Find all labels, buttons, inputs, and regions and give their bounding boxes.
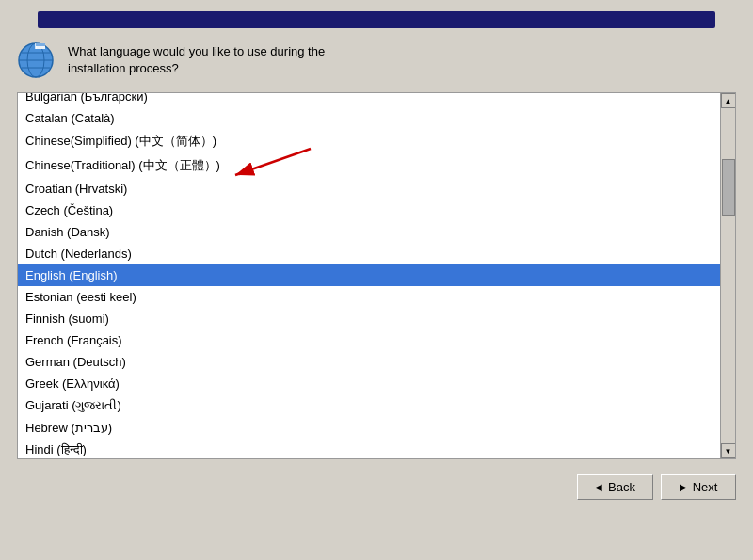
language-list[interactable]: Bulgarian (Български)Catalan (Català)Chi… xyxy=(18,93,720,458)
back-button[interactable]: ◀ Back xyxy=(577,474,653,500)
next-icon: ▶ xyxy=(680,482,687,492)
language-item[interactable]: Catalan (Català) xyxy=(18,107,720,129)
back-label: Back xyxy=(608,480,635,494)
language-item[interactable]: Finnish (suomi) xyxy=(18,308,720,329)
globe-icon xyxy=(17,41,55,79)
svg-rect-7 xyxy=(36,43,45,46)
progress-bar xyxy=(38,11,715,28)
language-item[interactable]: Gujarati (ગુજરાતી) xyxy=(18,394,720,417)
header-section: What language would you like to use duri… xyxy=(0,28,753,88)
language-item[interactable]: Greek (Ελληνικά) xyxy=(18,373,720,394)
language-item[interactable]: Chinese(Traditional) (中文（正體）) xyxy=(18,153,720,178)
language-item[interactable]: German (Deutsch) xyxy=(18,351,720,373)
header-question: What language would you like to use duri… xyxy=(68,43,325,77)
language-item[interactable]: Hebrew (עברית) xyxy=(18,417,720,439)
scrollbar-up-button[interactable]: ▲ xyxy=(721,93,736,108)
language-item[interactable]: Croatian (Hrvatski) xyxy=(18,178,720,200)
language-item[interactable]: Chinese(Simplified) (中文（简体）) xyxy=(18,129,720,153)
language-item[interactable]: Bulgarian (Български) xyxy=(18,93,720,107)
language-item[interactable]: French (Français) xyxy=(18,329,720,351)
language-item[interactable]: Czech (Čeština) xyxy=(18,200,720,221)
bottom-section: ◀ Back ▶ Next xyxy=(0,459,753,500)
language-item[interactable]: Danish (Dansk) xyxy=(18,221,720,243)
scrollbar-thumb[interactable] xyxy=(722,159,735,216)
language-item[interactable]: Dutch (Nederlands) xyxy=(18,243,720,264)
next-label: Next xyxy=(693,480,718,494)
language-item[interactable]: English (English) xyxy=(18,264,720,286)
next-button[interactable]: ▶ Next xyxy=(661,474,736,500)
scrollbar-down-button[interactable]: ▼ xyxy=(721,443,736,458)
language-item[interactable]: Hindi (हिन्दी) xyxy=(18,439,720,458)
scrollbar-track[interactable]: ▲ ▼ xyxy=(720,93,735,458)
back-icon: ◀ xyxy=(595,482,602,492)
language-list-container: Bulgarian (Български)Catalan (Català)Chi… xyxy=(17,92,736,459)
language-item[interactable]: Estonian (eesti keel) xyxy=(18,286,720,308)
